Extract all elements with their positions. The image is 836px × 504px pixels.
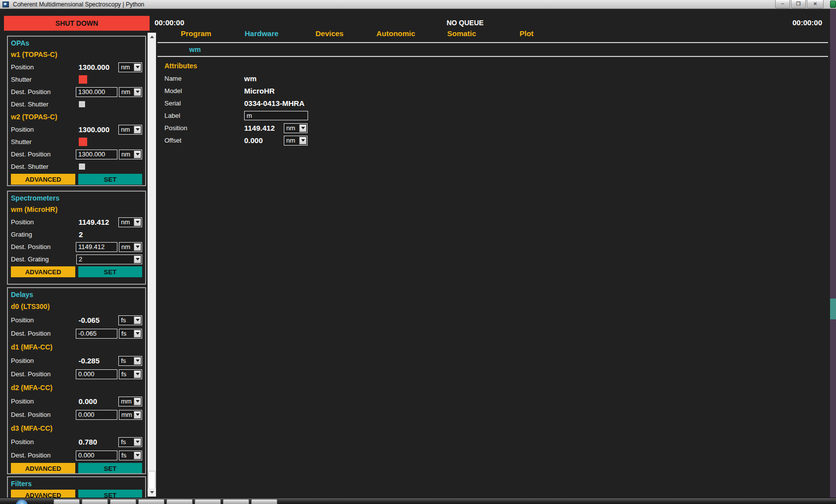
device-row: Dest. Positionnm: [11, 148, 142, 160]
dropdown-arrow-button[interactable]: [134, 63, 141, 71]
unit-select[interactable]: nm: [284, 123, 308, 133]
device-row: Position1300.000nm: [11, 123, 142, 136]
dropdown-arrow-button[interactable]: [299, 124, 307, 132]
dropdown-arrow-button[interactable]: [134, 452, 141, 459]
tab-plot[interactable]: Plot: [520, 29, 533, 38]
unit-select[interactable]: nm: [118, 217, 142, 227]
unit-select[interactable]: fs: [118, 437, 142, 447]
scrollbar-thumb[interactable]: [148, 471, 156, 489]
set-button[interactable]: SET: [78, 174, 142, 185]
hardware-subtab-wm[interactable]: wm: [189, 46, 201, 53]
unit-select[interactable]: nm: [284, 136, 308, 146]
row-label: Dest. Shutter: [11, 101, 79, 108]
start-button[interactable]: [16, 500, 28, 504]
unit-select[interactable]: fs: [119, 329, 142, 339]
destination-input[interactable]: [76, 87, 117, 97]
attribute-label: Position: [164, 124, 244, 132]
dropdown-arrow-button[interactable]: [134, 398, 141, 405]
minimize-button[interactable]: –: [775, 0, 790, 8]
taskbar-button[interactable]: [223, 499, 249, 504]
taskbar-button[interactable]: [138, 499, 164, 504]
shutter-indicator[interactable]: [79, 75, 87, 84]
dropdown-arrow-button[interactable]: [134, 330, 141, 338]
unit-select-value: mm: [119, 398, 134, 405]
shut-down-button[interactable]: SHUT DOWN: [4, 16, 150, 31]
taskbar-button[interactable]: [82, 499, 108, 504]
taskbar-button[interactable]: [195, 499, 221, 504]
unit-select-value: nm: [119, 218, 134, 226]
device-row: Position0.000mm: [11, 395, 142, 408]
unit-select[interactable]: fs: [118, 315, 142, 325]
scroll-up-button[interactable]: [148, 33, 156, 41]
scroll-up-icon: [150, 36, 154, 38]
dropdown-arrow-button[interactable]: [134, 411, 141, 419]
chevron-down-icon: [136, 91, 140, 93]
device-name: w2 (TOPAS-C): [11, 110, 142, 123]
dropdown-arrow-button[interactable]: [134, 218, 141, 226]
tab-autonomic[interactable]: Autonomic: [376, 29, 415, 38]
unit-select[interactable]: nm: [118, 62, 142, 72]
attribute-label: Model: [164, 87, 244, 95]
destination-input[interactable]: [76, 369, 117, 379]
attribute-row: Label: [164, 109, 372, 122]
chevron-down-icon: [136, 128, 140, 131]
chevron-down-icon: [301, 139, 305, 142]
tab-hardware[interactable]: Hardware: [245, 29, 278, 38]
unit-select[interactable]: nm: [118, 125, 142, 135]
set-button[interactable]: SET: [78, 266, 142, 277]
tab-somatic[interactable]: Somatic: [447, 29, 476, 38]
unit-select[interactable]: nm: [119, 87, 142, 97]
unit-select[interactable]: nm: [119, 242, 142, 252]
dest-shutter-checkbox[interactable]: [79, 101, 85, 107]
device-row: Position0.780fs: [11, 435, 142, 449]
tab-devices[interactable]: Devices: [315, 29, 344, 38]
dest-shutter-checkbox[interactable]: [79, 163, 85, 170]
attribute-label: Name: [164, 75, 244, 82]
dropdown-arrow-button[interactable]: [134, 357, 141, 365]
shutter-indicator[interactable]: [79, 138, 87, 146]
taskbar-button[interactable]: [251, 499, 277, 504]
destination-input[interactable]: [76, 329, 117, 339]
dropdown-arrow-button[interactable]: [134, 438, 141, 446]
dropdown-arrow-button[interactable]: [134, 370, 141, 378]
section-title: OPAs: [11, 39, 142, 48]
dropdown-arrow-button[interactable]: [134, 126, 141, 134]
unit-select[interactable]: fs: [119, 369, 142, 379]
taskbar-button[interactable]: [166, 499, 193, 504]
destination-input[interactable]: [76, 242, 117, 252]
close-button[interactable]: ✕: [807, 0, 824, 8]
dropdown-arrow-button[interactable]: [299, 137, 307, 145]
unit-select[interactable]: fs: [119, 451, 142, 460]
sidebar-scrollbar[interactable]: [148, 33, 156, 497]
taskbar-button[interactable]: [53, 499, 80, 504]
row-label: Shutter: [11, 76, 79, 83]
unit-select[interactable]: mm: [119, 410, 142, 420]
set-button[interactable]: SET: [78, 463, 142, 474]
unit-select-value: fs: [119, 330, 134, 337]
device-name: d2 (MFA-CC): [11, 381, 142, 395]
advanced-button[interactable]: ADVANCED: [11, 463, 75, 474]
tab-program[interactable]: Program: [181, 29, 211, 38]
dropdown-arrow-button[interactable]: [134, 151, 141, 158]
unit-select[interactable]: nm: [119, 150, 142, 159]
unit-select[interactable]: 2: [76, 254, 142, 264]
unit-select[interactable]: fs: [118, 356, 142, 366]
dropdown-arrow-button[interactable]: [134, 88, 141, 96]
section-title: Delays: [11, 290, 142, 300]
advanced-button[interactable]: ADVANCED: [11, 174, 75, 185]
attribute-row: Position1149.412nm: [164, 122, 372, 134]
advanced-button[interactable]: ADVANCED: [11, 266, 75, 277]
taskbar-button[interactable]: [110, 499, 136, 504]
dropdown-arrow-button[interactable]: [134, 316, 141, 324]
restore-button[interactable]: ❐: [791, 0, 806, 8]
unit-select[interactable]: mm: [118, 397, 142, 406]
destination-input[interactable]: [76, 150, 117, 159]
dropdown-arrow-button[interactable]: [134, 255, 141, 263]
label-input[interactable]: [244, 111, 308, 120]
attributes-panel: Attributes NamewmModelMicroHRSerial0334-…: [164, 59, 372, 147]
destination-input[interactable]: [76, 451, 117, 460]
destination-input[interactable]: [76, 410, 117, 420]
row-label: Position: [11, 438, 78, 446]
scroll-down-button[interactable]: [148, 488, 156, 497]
dropdown-arrow-button[interactable]: [134, 243, 141, 251]
